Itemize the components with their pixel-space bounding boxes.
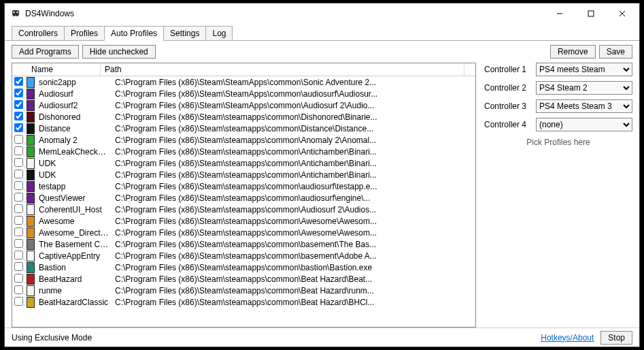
table-row[interactable]: AwesomeC:\Program Files (x86)\Steam\stea… [12, 215, 475, 227]
save-button[interactable]: Save [599, 45, 632, 59]
table-row[interactable]: BastionC:\Program Files (x86)\Steam\stea… [12, 261, 475, 273]
list-header[interactable]: Name Path [12, 63, 475, 76]
app-icon [27, 158, 35, 169]
row-path: C:\Program Files (x86)\Steam\steamapps\c… [113, 263, 475, 272]
program-list: Name Path sonic2appC:\Program Files (x86… [12, 63, 476, 328]
row-checkbox[interactable] [14, 251, 23, 259]
table-row[interactable]: UDKC:\Program Files (x86)\Steam\steamapp… [12, 169, 475, 180]
table-row[interactable]: DistanceC:\Program Files (x86)\Steam\ste… [12, 123, 475, 134]
row-path: C:\Program Files (x86)\Steam\steamapps\c… [113, 298, 475, 307]
row-name: Distance [37, 124, 113, 133]
remove-button[interactable]: Remove [550, 45, 596, 59]
table-row[interactable]: CaptiveAppEntryC:\Program Files (x86)\St… [12, 250, 475, 261]
row-checkbox[interactable] [14, 193, 23, 202]
app-icon [27, 285, 35, 296]
app-icon [27, 89, 35, 99]
row-checkbox[interactable] [14, 158, 23, 167]
row-path: C:\Program Files (x86)\Steam\steamapps\c… [113, 193, 475, 203]
app-icon [27, 123, 35, 134]
table-row[interactable]: runmeC:\Program Files (x86)\Steam\steama… [12, 285, 475, 296]
row-checkbox[interactable] [14, 77, 23, 86]
app-icon [10, 8, 21, 19]
list-body[interactable]: sonic2appC:\Program Files (x86)\Steam\St… [12, 76, 475, 327]
table-row[interactable]: testappC:\Program Files (x86)\Steam\stea… [12, 180, 475, 192]
minimize-button[interactable] [544, 4, 575, 23]
col-header-path[interactable]: Path [101, 63, 464, 76]
table-row[interactable]: AudiosurfC:\Program Files (x86)\Steam\St… [12, 88, 475, 99]
table-row[interactable]: sonic2appC:\Program Files (x86)\Steam\St… [12, 76, 475, 88]
table-row[interactable]: BeatHazardClassicC:\Program Files (x86)\… [12, 296, 475, 308]
row-name: Awesome_DirectT... [37, 228, 113, 238]
row-name: Dishonored [37, 112, 113, 122]
close-button[interactable] [607, 4, 638, 23]
table-row[interactable]: CoherentUI_HostC:\Program Files (x86)\St… [12, 204, 475, 215]
app-icon [27, 204, 35, 215]
tab-controllers[interactable]: Controllers [12, 26, 65, 40]
controller-4-profile-select[interactable]: (none) [536, 118, 632, 131]
row-checkbox[interactable] [14, 181, 23, 190]
maximize-button[interactable] [575, 4, 607, 23]
table-row[interactable]: Audiosurf2C:\Program Files (x86)\Steam\S… [12, 99, 475, 111]
row-checkbox[interactable] [14, 285, 23, 294]
row-path: C:\Program Files (x86)\Steam\SteamApps\c… [113, 101, 475, 110]
row-path: C:\Program Files (x86)\Steam\steamapps\c… [113, 228, 475, 238]
row-checkbox[interactable] [14, 262, 23, 271]
controller-label: Controller 2 [484, 83, 530, 93]
row-checkbox[interactable] [14, 170, 23, 178]
stop-button[interactable]: Stop [600, 331, 632, 345]
row-checkbox[interactable] [14, 216, 23, 225]
add-programs-button[interactable]: Add Programs [12, 45, 79, 59]
row-checkbox[interactable] [14, 227, 23, 236]
app-icon [27, 100, 35, 111]
table-row[interactable]: Awesome_DirectT...C:\Program Files (x86)… [12, 227, 475, 238]
row-checkbox[interactable] [14, 123, 23, 132]
table-row[interactable]: QuestViewerC:\Program Files (x86)\Steam\… [12, 192, 475, 204]
row-checkbox[interactable] [14, 297, 23, 306]
row-checkbox[interactable] [14, 146, 23, 155]
window-title: DS4Windows [25, 9, 74, 18]
tab-settings[interactable]: Settings [163, 26, 206, 40]
table-row[interactable]: MemLeakCheckDif...C:\Program Files (x86)… [12, 146, 475, 157]
col-header-name[interactable]: Name [12, 63, 101, 76]
app-icon [27, 297, 35, 308]
app-icon [27, 146, 35, 157]
row-path: C:\Program Files (x86)\Steam\steamapps\c… [113, 170, 475, 180]
titlebar[interactable]: DS4Windows [5, 3, 639, 24]
row-checkbox[interactable] [14, 239, 23, 248]
pick-profiles-hint: Pick Profiles here [484, 138, 632, 147]
tab-auto-profiles[interactable]: Auto Profiles [104, 26, 164, 41]
hide-unchecked-button[interactable]: Hide unchecked [82, 45, 156, 59]
profile-panel: Controller 1PS4 meets SteamController 2P… [484, 63, 632, 328]
app-window: DS4Windows ControllersProfilesAuto Profi… [4, 3, 640, 347]
table-row[interactable]: UDKC:\Program Files (x86)\Steam\steamapp… [12, 157, 475, 169]
table-row[interactable]: BeatHazardC:\Program Files (x86)\Steam\s… [12, 273, 475, 285]
tab-bar: ControllersProfilesAuto ProfilesSettings… [5, 24, 639, 41]
controller-3-profile-select[interactable]: PS4 Meets Steam 3 [536, 99, 632, 113]
controller-label: Controller 1 [484, 65, 530, 74]
col-header-scroll [464, 63, 475, 76]
row-name: CoherentUI_Host [37, 205, 113, 214]
table-row[interactable]: The Basement Coll...C:\Program Files (x8… [12, 238, 475, 250]
main-area: Name Path sonic2appC:\Program Files (x86… [12, 63, 632, 328]
svg-rect-3 [588, 11, 594, 16]
tab-profiles[interactable]: Profiles [64, 26, 105, 40]
table-row[interactable]: DishonoredC:\Program Files (x86)\Steam\s… [12, 111, 475, 123]
row-checkbox[interactable] [14, 204, 23, 213]
tab-log[interactable]: Log [205, 26, 233, 40]
row-checkbox[interactable] [14, 89, 23, 97]
row-name: MemLeakCheckDif... [37, 147, 113, 157]
controller-label: Controller 4 [484, 120, 530, 129]
row-checkbox[interactable] [14, 135, 23, 144]
row-path: C:\Program Files (x86)\Steam\steamapps\c… [113, 112, 475, 122]
controller-row-1: Controller 1PS4 meets Steam [484, 63, 632, 76]
app-icon [27, 112, 35, 123]
controller-2-profile-select[interactable]: PS4 Steam 2 [536, 81, 632, 95]
table-row[interactable]: Anomaly 2C:\Program Files (x86)\Steam\st… [12, 134, 475, 146]
row-checkbox[interactable] [14, 112, 23, 121]
controller-1-profile-select[interactable]: PS4 meets Steam [536, 63, 632, 76]
row-checkbox[interactable] [14, 100, 23, 109]
status-mode: Using Exclusive Mode [12, 333, 92, 343]
row-checkbox[interactable] [14, 274, 23, 283]
hotkeys-about-link[interactable]: Hotkeys/About [541, 333, 594, 343]
svg-point-0 [13, 12, 14, 13]
